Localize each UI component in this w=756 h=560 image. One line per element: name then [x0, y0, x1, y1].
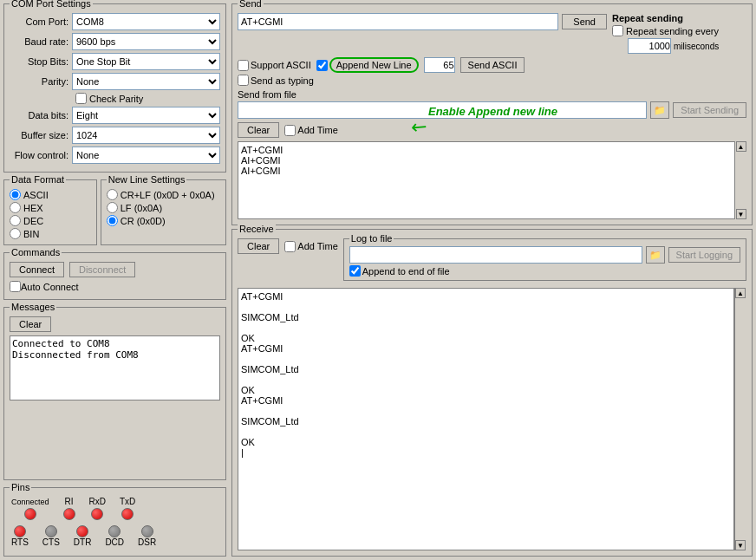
receive-add-time-text: Add Time — [297, 241, 337, 251]
receive-line: AT+CGMI — [241, 343, 718, 354]
receive-title: Receive — [238, 224, 276, 234]
send-clear-button[interactable]: Clear — [238, 122, 279, 138]
pin-dsr-led — [141, 525, 153, 537]
send-add-time-text: Add Time — [297, 125, 337, 135]
receive-line: OK — [241, 333, 718, 343]
parity-select[interactable]: None — [72, 73, 220, 90]
receive-line: AT+CGMI — [241, 291, 718, 302]
buffer-size-select[interactable]: 1024 — [72, 127, 220, 144]
cr-label: CR (0x0D) — [121, 216, 166, 226]
append-new-line-checkbox[interactable] — [316, 60, 328, 71]
repeat-ms-input[interactable] — [628, 38, 671, 54]
hex-label: HEX — [23, 203, 43, 213]
pin-rxd: RxD — [89, 497, 106, 520]
pin-dcd-led — [108, 525, 121, 537]
pin-txd: TxD — [120, 497, 135, 520]
log-browse-button[interactable]: 📁 — [646, 246, 665, 264]
bin-radio[interactable] — [10, 228, 21, 239]
messages-box: Messages Clear Connected to COM8 Disconn… — [3, 307, 226, 480]
log-file-path-input[interactable] — [349, 246, 642, 264]
com-port-select[interactable]: COM8 — [72, 13, 220, 30]
ascii-label: ASCII — [23, 190, 49, 200]
baud-rate-label: Baud rate: — [10, 36, 72, 47]
send-command-input[interactable] — [238, 13, 558, 30]
crlf-label: CR+LF (0x0D + 0x0A) — [121, 190, 215, 200]
receive-line — [241, 354, 718, 364]
cr-radio[interactable] — [107, 215, 118, 226]
pin-connected-led — [24, 508, 36, 520]
repeat-sending-label: Repeat sending — [612, 13, 746, 23]
pin-rts-led — [14, 525, 26, 537]
messages-clear-button[interactable]: Clear — [10, 316, 51, 332]
send-output-line: AT+CGMI — [241, 145, 730, 155]
auto-connect-label: Auto Connect — [21, 282, 79, 292]
lf-radio[interactable] — [107, 202, 118, 213]
send-title: Send — [238, 0, 264, 9]
pin-rxd-label: RxD — [89, 497, 106, 506]
ascii-count-input[interactable] — [424, 57, 455, 73]
send-output-line: AI+CGMI — [241, 166, 730, 176]
auto-connect-checkbox[interactable] — [10, 281, 21, 292]
pin-dcd: DCD — [105, 524, 124, 547]
connect-button[interactable]: Connect — [10, 262, 64, 277]
receive-add-time-wrap: Add Time — [284, 241, 337, 252]
flow-control-label: Flow control: — [10, 150, 72, 160]
start-sending-button[interactable]: Start Sending — [673, 102, 746, 118]
support-ascii-text: Support ASCII — [251, 60, 311, 70]
hex-radio[interactable] — [10, 202, 21, 213]
ascii-radio[interactable] — [10, 189, 21, 200]
append-new-line-label-wrap: Append New Line — [316, 57, 419, 73]
pin-dtr-label: DTR — [74, 537, 92, 547]
receive-clear-button[interactable]: Clear — [238, 238, 279, 254]
check-parity-checkbox[interactable] — [75, 93, 87, 104]
pin-dtr: DTR — [74, 524, 92, 547]
pin-cts: CTS — [42, 524, 60, 547]
com-port-settings: COM Port Settings Com Port: COM8 Baud ra… — [3, 3, 226, 173]
receive-output-area: AT+CGMI SIMCOM_Ltd OK AT+CGMI SIMCOM_Ltd… — [238, 288, 734, 550]
browse-icon: 📁 — [654, 105, 666, 116]
support-ascii-checkbox[interactable] — [238, 60, 249, 71]
receive-line: AT+CGMI — [241, 395, 718, 406]
send-ascii-button[interactable]: Send ASCII — [460, 57, 525, 73]
new-line-settings-box: New Line Settings CR+LF (0x0D + 0x0A) LF… — [101, 179, 226, 245]
receive-line — [241, 374, 718, 385]
flow-control-select[interactable]: None — [72, 147, 220, 164]
crlf-radio[interactable] — [107, 189, 118, 200]
receive-line: OK — [241, 385, 718, 395]
annotation-text: Enable Append new line — [428, 105, 557, 118]
baud-rate-select[interactable]: 9600 bps — [72, 33, 220, 50]
send-as-typing-checkbox[interactable] — [238, 75, 249, 86]
append-new-line-text: Append New Line — [329, 57, 419, 73]
pin-txd-led — [121, 508, 134, 520]
send-as-typing-label-wrap: Send as typing — [238, 75, 314, 86]
disconnect-button[interactable]: Disconnect — [69, 262, 135, 277]
receive-line: OK — [241, 437, 718, 447]
receive-line — [241, 322, 718, 333]
pins-title: Pins — [10, 482, 31, 492]
receive-add-time-checkbox[interactable] — [284, 241, 296, 252]
send-output-area: AT+CGMI AI+CGMI AI+CGMI — [238, 141, 746, 219]
dec-radio[interactable] — [10, 215, 21, 226]
scrollbar-up-arrow[interactable]: ▲ — [736, 141, 746, 152]
data-bits-label: Data bits: — [10, 110, 72, 120]
parity-label: Parity: — [10, 76, 72, 87]
pin-rts: RTS — [11, 524, 29, 547]
scrollbar-down-arrow[interactable]: ▼ — [736, 209, 746, 219]
receive-scrollbar-up[interactable]: ▲ — [735, 288, 746, 298]
append-to-file-checkbox[interactable] — [349, 265, 361, 277]
send-add-time-checkbox[interactable] — [284, 125, 296, 136]
start-logging-button[interactable]: Start Logging — [668, 247, 740, 263]
receive-scrollbar-down[interactable]: ▼ — [735, 540, 746, 550]
pin-cts-label: CTS — [42, 537, 60, 547]
data-format-title: Data Format — [10, 174, 66, 185]
messages-textarea[interactable]: Connected to COM8 Disconnected from COM8 — [10, 335, 220, 400]
send-button[interactable]: Send — [562, 14, 607, 29]
send-file-browse-button[interactable]: 📁 — [650, 101, 669, 119]
send-add-time-wrap: Add Time — [284, 125, 337, 136]
lf-label: LF (0x0A) — [121, 203, 162, 213]
stop-bits-select[interactable]: One Stop Bit — [72, 53, 220, 70]
receive-line — [241, 427, 718, 437]
repeat-sending-checkbox[interactable] — [612, 25, 623, 36]
data-bits-select[interactable]: Eight — [72, 107, 220, 124]
pin-dtr-led — [76, 525, 88, 537]
